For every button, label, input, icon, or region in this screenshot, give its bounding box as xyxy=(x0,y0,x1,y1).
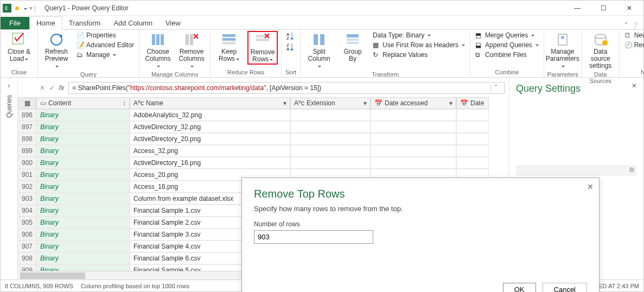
tab-transform[interactable]: Transform xyxy=(62,17,107,29)
advanced-editor-button[interactable]: 📝Advanced Editor xyxy=(75,41,136,49)
qat-smiley-icon[interactable]: ☻ xyxy=(14,4,21,12)
remove-columns-button[interactable]: Remove Columns xyxy=(176,31,207,71)
col-date[interactable]: 📅Date xyxy=(456,97,489,109)
cell-date-accessed[interactable] xyxy=(371,145,456,157)
properties-button[interactable]: 📄Properties xyxy=(75,31,136,40)
cell-date[interactable] xyxy=(456,157,489,169)
col-name[interactable]: AᴮcName▾ xyxy=(130,97,290,109)
tab-view[interactable]: View xyxy=(159,17,187,29)
table-row[interactable]: 896BinaryAdobeAnalytics_32.png xyxy=(18,109,509,121)
table-row[interactable]: 899BinaryAccess_32.png xyxy=(18,145,509,157)
group-by-button[interactable]: Group By xyxy=(337,31,368,64)
col-filter-icon[interactable]: ▾ xyxy=(364,99,367,107)
first-row-headers-button[interactable]: ▦Use First Row as Headers xyxy=(371,41,467,49)
cell-date[interactable] xyxy=(456,109,489,121)
sort-asc-button[interactable]: AZ xyxy=(285,31,297,41)
ok-button[interactable]: OK xyxy=(503,283,536,292)
data-source-settings-button[interactable]: Data source settings xyxy=(585,31,616,71)
cell-date[interactable] xyxy=(456,121,489,133)
split-column-button[interactable]: Split Column xyxy=(304,31,334,71)
dialog-close-icon[interactable]: ✕ xyxy=(587,182,594,191)
cell-content[interactable]: Binary xyxy=(36,228,130,240)
cell-extension[interactable] xyxy=(290,157,371,169)
cancel-button[interactable]: Cancel xyxy=(543,283,587,292)
step-gear-icon[interactable]: ⚙ xyxy=(629,166,635,175)
remove-rows-button[interactable]: Remove Rows xyxy=(247,31,278,65)
cell-content[interactable]: Binary xyxy=(36,145,130,157)
data-type-button[interactable]: Data Type: Binary xyxy=(371,31,467,40)
table-row[interactable]: 900BinaryActiveDirectory_16.png xyxy=(18,157,509,169)
cell-content[interactable]: Binary xyxy=(36,169,130,181)
row-header-corner[interactable]: ▦ xyxy=(18,97,36,109)
help-icon[interactable]: ❔ xyxy=(631,22,639,29)
cell-extension[interactable] xyxy=(290,109,371,121)
cell-name[interactable]: ActiveDirectory_16.png xyxy=(130,157,290,169)
refresh-preview-button[interactable]: Refresh Preview xyxy=(41,31,72,71)
col-content[interactable]: ▭Content↕ xyxy=(36,97,130,109)
cell-content[interactable]: Binary xyxy=(36,240,130,252)
cell-extension[interactable] xyxy=(290,133,371,145)
cell-content[interactable]: Binary xyxy=(36,109,130,121)
manage-button[interactable]: 🗂Manage xyxy=(75,50,136,59)
row-index: 897 xyxy=(18,121,36,133)
replace-values-button[interactable]: ↻Replace Values xyxy=(371,50,467,59)
num-rows-label: Number of rows xyxy=(254,220,587,228)
keep-rows-button[interactable]: Keep Rows xyxy=(214,31,244,64)
table-row[interactable]: 898BinaryActiveDirectory_20.png xyxy=(18,133,509,145)
cell-date-accessed[interactable] xyxy=(371,157,456,169)
cell-content[interactable]: Binary xyxy=(36,133,130,145)
col-extension[interactable]: AᴮcExtension▾ xyxy=(290,97,371,109)
num-rows-input[interactable] xyxy=(254,230,373,244)
cell-date-accessed[interactable] xyxy=(371,121,456,133)
cell-extension[interactable] xyxy=(290,121,371,133)
cell-date-accessed[interactable] xyxy=(371,133,456,145)
cell-extension[interactable] xyxy=(290,145,371,157)
queries-rail[interactable]: › Queries xyxy=(1,78,18,280)
close-settings-icon[interactable]: ✕ xyxy=(632,82,637,90)
col-expand-icon[interactable]: ↕ xyxy=(123,99,126,107)
append-queries-button[interactable]: ⬓Append Queries xyxy=(474,41,540,49)
cell-date[interactable] xyxy=(456,145,489,157)
tab-add-column[interactable]: Add Column xyxy=(107,17,159,29)
expand-rail-icon[interactable]: › xyxy=(8,82,10,90)
cell-date[interactable] xyxy=(456,133,489,145)
cell-content[interactable]: Binary xyxy=(36,121,130,133)
fx-cancel-icon[interactable]: ✕ xyxy=(40,84,45,92)
new-source-button[interactable]: 🗋New Source xyxy=(623,31,644,40)
formula-bar[interactable]: = SharePoint.Files("https://contoso.shar… xyxy=(68,82,505,94)
cell-content[interactable]: Binary xyxy=(36,157,130,169)
maximize-button[interactable]: ☐ xyxy=(591,1,615,16)
manage-parameters-button[interactable]: Manage Parameters xyxy=(547,31,578,71)
merge-queries-button[interactable]: ⬒Merge Queries xyxy=(474,31,540,40)
tab-file[interactable]: File xyxy=(1,17,29,29)
cell-content[interactable]: Binary xyxy=(36,193,130,205)
qat-dropdown[interactable] xyxy=(23,4,27,12)
sort-desc-button[interactable]: ZA xyxy=(285,42,297,52)
cell-content[interactable]: Binary xyxy=(36,181,130,193)
cell-name[interactable]: ActiveDirectory_20.png xyxy=(130,133,290,145)
collapse-ribbon-icon[interactable]: ˄ xyxy=(624,22,628,29)
tab-home[interactable]: Home xyxy=(29,16,62,30)
scrollbar-thumb[interactable] xyxy=(20,272,85,279)
cell-content[interactable]: Binary xyxy=(36,217,130,228)
col-date-accessed[interactable]: 📅Date accessed▾ xyxy=(371,97,456,109)
cell-name[interactable]: AdobeAnalytics_32.png xyxy=(130,109,290,121)
table-row[interactable]: 897BinaryActiveDirectory_32.png xyxy=(18,121,509,133)
fx-commit-icon[interactable]: ✓ xyxy=(49,84,55,92)
close-and-load-button[interactable]: Close & Load xyxy=(4,31,34,64)
col-filter-icon[interactable]: ▾ xyxy=(449,99,452,107)
cell-content[interactable]: Binary xyxy=(36,252,130,264)
cell-content[interactable]: Binary xyxy=(36,205,130,217)
cell-date-accessed[interactable] xyxy=(371,109,456,121)
minimize-button[interactable]: — xyxy=(565,1,589,16)
close-window-button[interactable]: ✕ xyxy=(617,1,641,16)
cell-content[interactable]: Binary xyxy=(36,264,130,271)
combine-files-button[interactable]: ⧉Combine Files xyxy=(474,50,540,59)
col-filter-icon[interactable]: ▾ xyxy=(283,99,286,107)
cell-name[interactable]: ActiveDirectory_32.png xyxy=(130,121,290,133)
fx-icon[interactable]: fx xyxy=(59,84,64,92)
cell-name[interactable]: Access_32.png xyxy=(130,145,290,157)
choose-columns-button[interactable]: Choose Columns xyxy=(143,31,173,71)
formula-dropdown-icon[interactable]: ˅ xyxy=(490,84,501,92)
recent-sources-button[interactable]: 🕘Recent Sources xyxy=(623,41,644,49)
